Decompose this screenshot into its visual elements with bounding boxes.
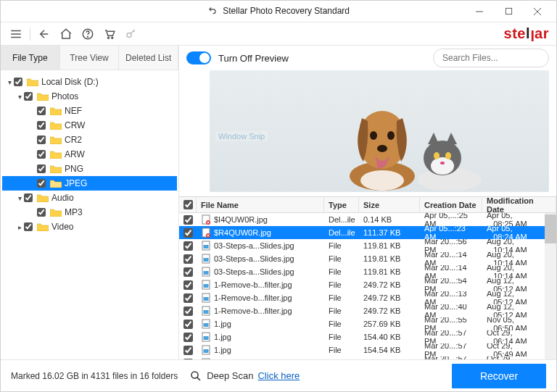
tree-node-label: NEF bbox=[65, 106, 82, 116]
content-header: Turn Off Preview bbox=[179, 46, 556, 70]
svg-rect-43 bbox=[204, 297, 209, 301]
column-type[interactable]: Type bbox=[324, 197, 359, 212]
file-row-checkbox[interactable] bbox=[183, 228, 193, 238]
select-all-checkbox[interactable] bbox=[183, 200, 193, 209]
tree-node-checkbox[interactable] bbox=[37, 208, 46, 217]
file-row-checkbox[interactable] bbox=[183, 241, 193, 251]
tree-expander-icon[interactable]: ▾ bbox=[15, 194, 24, 202]
tree-node-checkbox[interactable] bbox=[24, 222, 33, 231]
svg-rect-47 bbox=[204, 323, 209, 327]
sidebar-tab-tree-view[interactable]: Tree View bbox=[60, 46, 120, 70]
window-close-button[interactable] bbox=[523, 1, 552, 22]
file-creation-date: Mar 20...:57 PM bbox=[420, 343, 482, 356]
file-row[interactable]: 1.jpgFile154.54 KBMar 20...:57 PMOct 29,… bbox=[179, 343, 545, 356]
file-row-checkbox[interactable] bbox=[183, 280, 193, 290]
file-row[interactable]: $I4QUW0R.jpgDel...ile0.14 KBApr 05,...:2… bbox=[179, 213, 545, 226]
column-filename[interactable]: File Name bbox=[197, 197, 324, 212]
tree-node-checkbox[interactable] bbox=[14, 78, 22, 86]
file-row[interactable]: 03-Steps-a...Slides.jpgFile119.81 KBMar … bbox=[179, 252, 545, 265]
file-creation-date: Mar 20...:40 AM bbox=[420, 304, 482, 317]
tree-node-crw[interactable]: CRW bbox=[2, 118, 177, 133]
file-row-checkbox[interactable] bbox=[183, 346, 193, 355]
sidebar-tab-deleted-list[interactable]: Deleted List bbox=[119, 46, 178, 70]
file-row[interactable]: 1.jpgFile154.40 KBMar 20...:57 PMOct 29,… bbox=[179, 330, 545, 343]
tree-node-photos[interactable]: ▾Photos bbox=[2, 89, 177, 104]
file-row[interactable]: 03-Steps-a...Slides.jpgFile119.81 KBMar … bbox=[179, 265, 545, 278]
search-input[interactable] bbox=[441, 52, 553, 64]
main-area: File TypeTree ViewDeleted List ▾Local Di… bbox=[1, 46, 556, 359]
tree-node-checkbox[interactable] bbox=[24, 92, 33, 101]
file-list-scrollbar[interactable] bbox=[545, 213, 556, 359]
toolbar: stellar bbox=[1, 22, 556, 46]
file-creation-date: Mar 20...:14 AM bbox=[420, 252, 482, 265]
toolbar-separator bbox=[30, 28, 30, 41]
key-icon[interactable] bbox=[123, 26, 139, 42]
tree-node-checkbox[interactable] bbox=[37, 107, 46, 115]
window-minimize-button[interactable] bbox=[465, 1, 494, 22]
folder-tree[interactable]: ▾Local Disk (D:)▾PhotosNEFCRWCR2ARWPNGJP… bbox=[1, 70, 178, 359]
file-icon bbox=[201, 280, 211, 290]
help-icon[interactable] bbox=[80, 26, 96, 42]
sidebar-tab-file-type[interactable]: File Type bbox=[1, 46, 60, 70]
magnifier-icon bbox=[189, 370, 202, 383]
tree-node-audio[interactable]: ▾Audio bbox=[2, 191, 177, 205]
column-modification-date[interactable]: Modification Date bbox=[482, 197, 556, 212]
file-type: File bbox=[324, 291, 359, 304]
file-creation-date: Mar 20...:14 AM bbox=[420, 265, 482, 278]
file-list-body[interactable]: $I4QUW0R.jpgDel...ile0.14 KBApr 05,...:2… bbox=[179, 213, 545, 359]
file-row-checkbox[interactable] bbox=[183, 215, 193, 225]
file-row[interactable]: $R4QUW0R.jpgDel...ile111.37 KBApr 05...:… bbox=[179, 226, 545, 239]
tree-node-checkbox[interactable] bbox=[37, 135, 46, 144]
file-name: $I4QUW0R.jpg bbox=[214, 215, 268, 224]
file-modification-date: Aug 12, ...05:12 AM bbox=[482, 278, 545, 291]
file-row[interactable]: 1-Remove-b...filter.jpgFile249.72 KBMar … bbox=[179, 278, 545, 291]
folder-icon bbox=[37, 92, 49, 101]
home-icon[interactable] bbox=[58, 26, 74, 42]
tree-expander-icon[interactable]: ▾ bbox=[5, 78, 14, 86]
tree-node-jpeg[interactable]: JPEG bbox=[2, 176, 177, 191]
tree-expander-icon[interactable]: ▸ bbox=[15, 223, 24, 231]
tree-node-mp3[interactable]: MP3 bbox=[2, 205, 177, 220]
search-box[interactable] bbox=[433, 49, 549, 67]
file-creation-date: Mar 20...:13 AM bbox=[420, 291, 482, 304]
tree-node-arw[interactable]: ARW bbox=[2, 147, 177, 162]
tree-node-local-disk-d-[interactable]: ▾Local Disk (D:) bbox=[2, 75, 177, 89]
tree-node-label: CRW bbox=[65, 120, 85, 130]
cart-icon[interactable] bbox=[102, 26, 117, 42]
tree-node-checkbox[interactable] bbox=[37, 150, 46, 159]
file-row[interactable]: 1.jpgFile257.69 KBMar 20...:55 PMNov 05,… bbox=[179, 317, 545, 330]
tree-node-checkbox[interactable] bbox=[37, 179, 46, 188]
file-row-checkbox[interactable] bbox=[183, 267, 193, 277]
tree-node-nef[interactable]: NEF bbox=[2, 104, 177, 118]
file-row-checkbox[interactable] bbox=[183, 333, 193, 342]
column-creation-date[interactable]: Creation Date bbox=[420, 197, 482, 212]
tree-node-checkbox[interactable] bbox=[37, 121, 46, 130]
tree-node-png[interactable]: PNG bbox=[2, 162, 177, 176]
file-row[interactable]: 03-Steps-a...Slides.jpgFile119.81 KBMar … bbox=[179, 239, 545, 252]
preview-toggle[interactable] bbox=[186, 51, 211, 64]
tree-node-checkbox[interactable] bbox=[37, 164, 46, 173]
file-name: 03-Steps-a...Slides.jpg bbox=[214, 254, 294, 263]
file-row-checkbox[interactable] bbox=[183, 306, 193, 316]
window-title: Stellar Photo Recovery Standard bbox=[223, 6, 350, 16]
file-row-checkbox[interactable] bbox=[183, 320, 193, 329]
menu-icon[interactable] bbox=[8, 26, 24, 42]
file-modification-date: Apr 05, ...08:24 AM bbox=[482, 226, 545, 239]
file-row[interactable]: 1-Remove-b...filter.jpgFile249.72 KBMar … bbox=[179, 304, 545, 317]
file-row-checkbox[interactable] bbox=[183, 293, 193, 303]
tree-expander-icon[interactable]: ▾ bbox=[15, 93, 24, 101]
recover-button[interactable]: Recover bbox=[452, 364, 546, 388]
tree-node-video[interactable]: ▸Video bbox=[2, 220, 177, 234]
column-size[interactable]: Size bbox=[359, 197, 420, 212]
back-icon[interactable] bbox=[36, 26, 52, 42]
tree-node-checkbox[interactable] bbox=[24, 193, 33, 202]
tree-node-cr2[interactable]: CR2 bbox=[2, 133, 177, 147]
file-row[interactable]: 1-Remove-b...filter.jpgFile249.72 KBMar … bbox=[179, 291, 545, 304]
deep-scan-link[interactable]: Click here bbox=[257, 370, 300, 381]
file-row-checkbox[interactable] bbox=[183, 254, 193, 264]
folder-icon bbox=[27, 78, 38, 86]
window-maximize-button[interactable] bbox=[494, 1, 523, 22]
deleted-file-icon bbox=[201, 214, 211, 225]
svg-rect-41 bbox=[204, 284, 209, 288]
column-checkbox[interactable] bbox=[179, 197, 197, 212]
